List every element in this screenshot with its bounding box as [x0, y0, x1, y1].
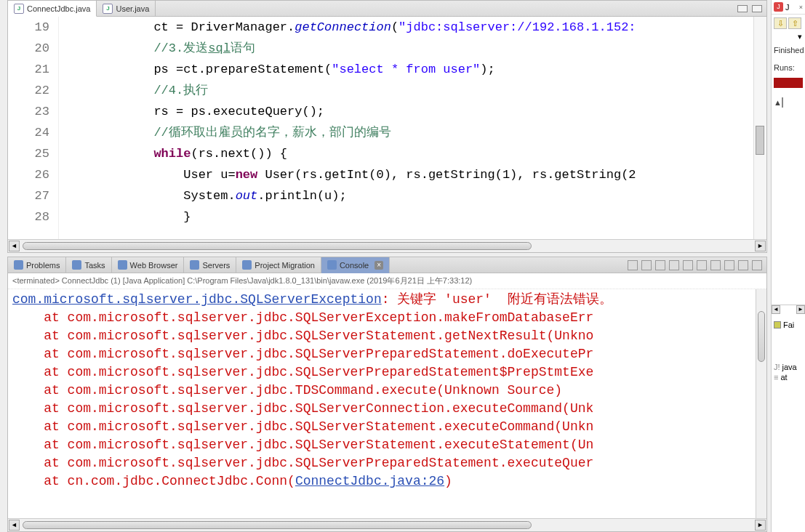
line-gutter: 19202122232425262728	[8, 17, 59, 239]
stack-link[interactable]: ConnectJdbc.java:26	[295, 474, 444, 488]
console-output[interactable]: com.microsoft.sqlserver.jdbc.SQLServerEx…	[8, 289, 766, 518]
minimize-icon[interactable]	[737, 5, 748, 12]
junit-icon: J	[774, 2, 783, 12]
view-menu-icon[interactable]	[738, 260, 748, 270]
stack-line: at com.microsoft.sqlserver.jdbc.SQLServe…	[12, 418, 762, 436]
view-tabbar: Problems Tasks Web Browser Servers Proje…	[8, 257, 766, 273]
fail-label: Fai	[783, 321, 794, 329]
tab-servers[interactable]: Servers	[184, 257, 236, 273]
console-toolbar	[628, 257, 766, 273]
errors-tree: ▲	[772, 89, 805, 116]
stack-line: at com.microsoft.sqlserver.jdbc.SQLServe…	[12, 400, 762, 418]
console-icon	[327, 260, 337, 270]
display-select-icon[interactable]	[710, 260, 721, 270]
runs-label: Runs:	[772, 59, 805, 76]
wrap-icon[interactable]	[669, 260, 679, 270]
exception-msg: : 关键字 'user' 附近有语法错误。	[382, 292, 612, 307]
tab-projectmigration[interactable]: Project Migration	[236, 257, 321, 273]
editor-hscrollbar[interactable]: ◄ ►	[8, 239, 766, 252]
stack-line: at com.microsoft.sqlserver.jdbc.SQLServe…	[12, 454, 762, 472]
java-file-icon: J	[14, 4, 24, 14]
close-icon[interactable]: ×	[375, 261, 383, 270]
console-vscrollbar[interactable]	[756, 289, 766, 518]
tab-user[interactable]: J User.java	[97, 1, 156, 16]
min-max-icon[interactable]	[752, 260, 762, 270]
console-hscrollbar[interactable]: ◄ ►	[8, 518, 766, 531]
tab-problems[interactable]: Problems	[8, 257, 66, 273]
stack-line: at com.microsoft.sqlserver.jdbc.SQLServe…	[12, 436, 762, 454]
remove-all-icon[interactable]	[641, 260, 652, 270]
tab-console[interactable]: Console×	[321, 257, 390, 273]
bottom-pane: Problems Tasks Web Browser Servers Proje…	[7, 257, 767, 532]
maximize-icon[interactable]	[752, 5, 762, 12]
stack-line: at com.microsoft.sqlserver.jdbc.SQLServe…	[12, 309, 762, 327]
prev-failure-icon[interactable]: ⇩	[774, 17, 787, 29]
open-console-icon[interactable]	[724, 260, 734, 270]
remove-launch-icon[interactable]	[628, 260, 638, 270]
scroll-left-icon[interactable]: ◄	[9, 520, 20, 531]
progress-bar	[774, 78, 803, 88]
pin-console-icon[interactable]	[697, 260, 707, 270]
tab-label: User.java	[116, 4, 149, 13]
stack-line: at com.microsoft.sqlserver.jdbc.SQLServe…	[12, 345, 762, 363]
ruler-thumb[interactable]	[756, 126, 764, 155]
code-area[interactable]: 19202122232425262728 ct = DriverManager.…	[8, 17, 766, 239]
tab-webbrowser[interactable]: Web Browser	[112, 257, 185, 273]
stack-line: at com.microsoft.sqlserver.jdbc.TDSComma…	[12, 382, 762, 400]
overview-ruler[interactable]	[753, 17, 766, 239]
scroll-right-icon[interactable]: ►	[755, 241, 766, 251]
scroll-lock-icon[interactable]	[655, 260, 665, 270]
tab-tasks[interactable]: Tasks	[66, 257, 111, 273]
projectmigration-icon	[242, 260, 252, 270]
close-icon[interactable]: ×	[799, 4, 803, 11]
tree-item[interactable]: ≡at	[774, 373, 803, 382]
scroll-thumb[interactable]	[23, 521, 532, 529]
problems-icon	[14, 260, 23, 270]
tree-item[interactable]: J!java	[774, 363, 803, 371]
scroll-right-icon[interactable]: ►	[796, 305, 805, 314]
hscroll-mini[interactable]: ◄ ►	[772, 305, 805, 315]
dropdown-icon[interactable]: ▾	[772, 32, 805, 41]
code-text[interactable]: ct = DriverManager.getConnection("jdbc:s…	[59, 17, 753, 239]
scroll-left-icon[interactable]: ◄	[9, 241, 20, 251]
editor-tabbar: J ConnectJdbc.java J User.java	[8, 1, 766, 17]
editor-pane: J ConnectJdbc.java J User.java 192021222…	[7, 0, 767, 253]
scroll-right-icon[interactable]: ►	[755, 520, 766, 531]
junit-view: J J × ⇩ ⇧ ▾ Finished Runs: ▲ ◄ ► Fai J!j…	[771, 0, 805, 532]
junit-title: J	[785, 3, 790, 12]
tasks-icon	[72, 260, 81, 270]
exception-link[interactable]: com.microsoft.sqlserver.jdbc.SQLServerEx…	[12, 292, 382, 307]
clear-console-icon[interactable]	[683, 260, 693, 270]
vscroll-thumb[interactable]	[758, 311, 765, 362]
tab-connectjdbc[interactable]: J ConnectJdbc.java	[8, 1, 97, 17]
tab-label: ConnectJdbc.java	[27, 4, 90, 13]
webbrowser-icon	[118, 260, 127, 270]
stack-line: at com.microsoft.sqlserver.jdbc.SQLServe…	[12, 363, 762, 382]
terminated-line: <terminated> ConnectJdbc (1) [Java Appli…	[8, 273, 766, 289]
java-file-icon: J	[103, 4, 113, 14]
stack-line: at com.microsoft.sqlserver.jdbc.SQLServe…	[12, 327, 762, 345]
scroll-left-icon[interactable]: ◄	[772, 305, 780, 314]
status-label: Finished	[772, 41, 805, 59]
scroll-thumb[interactable]	[23, 242, 532, 250]
servers-icon	[190, 260, 199, 270]
next-failure-icon[interactable]: ⇧	[788, 17, 801, 29]
